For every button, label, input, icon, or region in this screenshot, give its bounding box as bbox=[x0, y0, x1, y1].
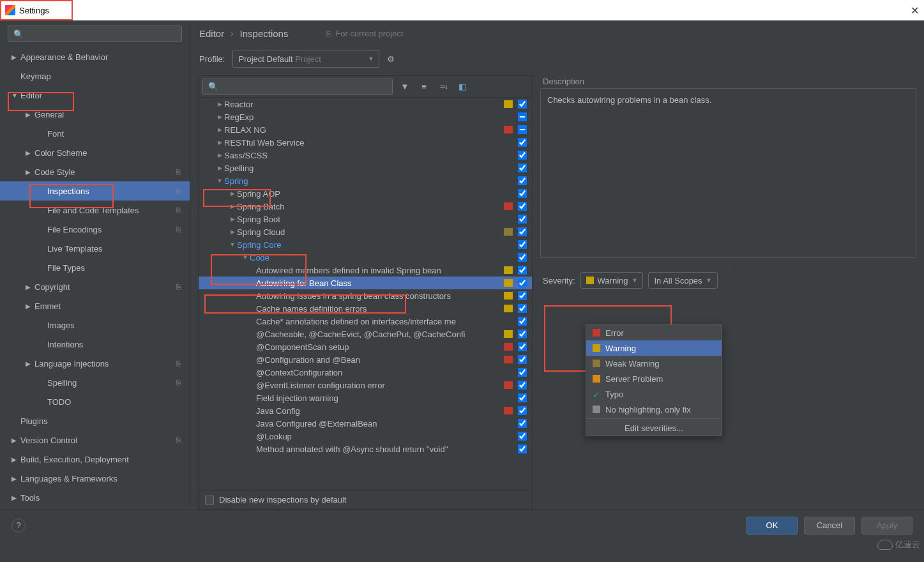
tree-row[interactable]: Sass/SCSS bbox=[199, 149, 532, 162]
scope-combo[interactable]: In All Scopes ▼ bbox=[648, 272, 717, 289]
expand-all-icon[interactable]: ≡ bbox=[417, 80, 431, 94]
severity-option[interactable]: ✓Typo bbox=[586, 386, 722, 402]
gear-icon[interactable]: ⚙ bbox=[387, 54, 395, 64]
inspection-checkbox[interactable] bbox=[518, 202, 527, 211]
inspection-checkbox[interactable] bbox=[518, 278, 527, 287]
tree-row[interactable]: @EventListener configuration error bbox=[199, 379, 532, 391]
inspection-checkbox[interactable] bbox=[518, 227, 527, 236]
inspection-checkbox[interactable] bbox=[518, 266, 527, 275]
sidebar-item[interactable]: General bbox=[0, 105, 190, 124]
sidebar-item[interactable]: Intentions bbox=[0, 335, 190, 354]
apply-button[interactable]: Apply bbox=[861, 517, 913, 535]
close-icon[interactable]: ✕ bbox=[911, 4, 919, 17]
inspection-checkbox[interactable] bbox=[518, 368, 527, 377]
inspection-checkbox[interactable] bbox=[518, 163, 527, 172]
tree-row[interactable]: Method annotated with @Async should retu… bbox=[199, 443, 532, 455]
filter-icon[interactable]: ▼ bbox=[398, 80, 412, 94]
sidebar-item[interactable]: Build, Execution, Deployment bbox=[0, 450, 190, 469]
inspection-tree[interactable]: ReactorRegExpRELAX NGRESTful Web Service… bbox=[199, 98, 532, 490]
sidebar-item[interactable]: Images bbox=[0, 315, 190, 335]
tree-row[interactable]: Spring Batch bbox=[199, 200, 532, 213]
sidebar-item[interactable]: Tools bbox=[0, 488, 190, 507]
sidebar-item[interactable]: Plugins bbox=[0, 411, 190, 430]
tree-row[interactable]: Reactor bbox=[199, 98, 532, 110]
edit-severities[interactable]: Edit severities... bbox=[586, 420, 722, 436]
inspection-checkbox[interactable] bbox=[518, 432, 527, 441]
sidebar-item[interactable]: Version Control⎘ bbox=[0, 430, 190, 450]
inspection-checkbox[interactable] bbox=[518, 419, 527, 428]
inspection-checkbox[interactable] bbox=[518, 151, 527, 160]
sidebar-item[interactable]: Color Scheme bbox=[0, 143, 190, 162]
sidebar-item[interactable]: TODO bbox=[0, 392, 190, 411]
inspection-checkbox[interactable] bbox=[518, 406, 527, 415]
severity-option[interactable]: Server Problem bbox=[586, 371, 722, 386]
tree-row[interactable]: Spring Boot bbox=[199, 213, 532, 225]
sidebar-item[interactable]: Keymap bbox=[0, 66, 190, 86]
sidebar-item[interactable]: Code Style⎘ bbox=[0, 162, 190, 181]
tree-row[interactable]: Java Configured @ExternalBean bbox=[199, 417, 532, 430]
tree-row[interactable]: @ContextConfiguration bbox=[199, 366, 532, 379]
tree-row[interactable]: Cache names definition errors bbox=[199, 302, 532, 315]
sidebar-item[interactable]: File Types bbox=[0, 258, 190, 277]
tree-row[interactable]: Spring bbox=[199, 174, 532, 187]
inspection-search-input[interactable]: 🔍 bbox=[202, 79, 393, 95]
tree-row[interactable]: @Configuration and @Bean bbox=[199, 353, 532, 366]
inspection-checkbox[interactable] bbox=[518, 330, 527, 338]
disable-new-row[interactable]: Disable new inspections by default bbox=[199, 490, 532, 509]
tree-row[interactable]: Autowired members defined in invalid Spr… bbox=[199, 264, 532, 277]
profile-select[interactable]: Project Default Project ▼ bbox=[232, 50, 379, 68]
inspection-checkbox[interactable] bbox=[518, 189, 527, 198]
sidebar-item[interactable]: Live Templates bbox=[0, 239, 190, 258]
disable-new-checkbox[interactable] bbox=[205, 496, 214, 505]
inspection-checkbox[interactable] bbox=[518, 355, 527, 364]
inspection-checkbox[interactable] bbox=[518, 304, 527, 313]
tree-row[interactable]: RELAX NG bbox=[199, 123, 532, 136]
sidebar-item[interactable]: Languages & Frameworks bbox=[0, 469, 190, 488]
sidebar-item[interactable]: Emmet bbox=[0, 296, 190, 315]
tree-row[interactable]: Autowiring issues in a spring bean class… bbox=[199, 289, 532, 302]
tree-row[interactable]: Cache* annotations defined on interfaces… bbox=[199, 315, 532, 328]
inspection-checkbox[interactable] bbox=[518, 317, 527, 326]
inspection-checkbox[interactable] bbox=[518, 444, 527, 453]
inspection-checkbox[interactable] bbox=[518, 253, 527, 262]
inspection-checkbox[interactable] bbox=[518, 176, 527, 185]
severity-option[interactable]: No highlighting, only fix bbox=[586, 402, 722, 417]
inspection-checkbox[interactable] bbox=[518, 381, 527, 390]
inspection-checkbox[interactable] bbox=[518, 240, 527, 249]
sidebar-item[interactable]: Copyright⎘ bbox=[0, 277, 190, 296]
inspection-checkbox[interactable] bbox=[518, 138, 527, 147]
sidebar-search-input[interactable]: 🔍 bbox=[8, 26, 182, 42]
tree-row[interactable]: Spelling bbox=[199, 162, 532, 174]
inspection-checkbox[interactable] bbox=[518, 342, 527, 351]
sidebar-item[interactable]: Language Injections⎘ bbox=[0, 354, 190, 373]
tree-row[interactable]: Code bbox=[199, 251, 532, 264]
sidebar-item[interactable]: Inspections⎘ bbox=[0, 181, 190, 201]
sidebar-item[interactable]: File and Code Templates⎘ bbox=[0, 201, 190, 220]
tree-row[interactable]: Autowiring for Bean Class bbox=[199, 277, 532, 289]
help-button[interactable]: ? bbox=[11, 519, 26, 533]
severity-dropdown[interactable]: ErrorWarningWeak WarningServer Problem✓T… bbox=[586, 324, 722, 436]
tree-row[interactable]: @Lookup bbox=[199, 430, 532, 443]
inspection-checkbox[interactable] bbox=[518, 215, 527, 224]
inspection-checkbox[interactable] bbox=[518, 291, 527, 300]
tree-row[interactable]: Spring Core bbox=[199, 238, 532, 251]
sidebar-item[interactable]: Editor bbox=[0, 86, 190, 105]
sidebar-item[interactable]: Appearance & Behavior bbox=[0, 47, 190, 66]
tree-row[interactable]: @Cacheable, @CacheEvict, @CachePut, @Cac… bbox=[199, 328, 532, 340]
sidebar-item[interactable]: Font bbox=[0, 124, 190, 143]
inspection-checkbox[interactable] bbox=[518, 393, 527, 402]
tree-row[interactable]: @ComponentScan setup bbox=[199, 340, 532, 353]
reset-icon[interactable]: ◧ bbox=[455, 80, 469, 94]
collapse-all-icon[interactable]: ≕ bbox=[436, 80, 450, 94]
inspection-checkbox[interactable] bbox=[518, 125, 527, 134]
inspection-checkbox[interactable] bbox=[518, 100, 527, 109]
breadcrumb-editor[interactable]: Editor bbox=[199, 28, 224, 39]
sidebar-item[interactable]: File Encodings⎘ bbox=[0, 220, 190, 239]
tree-row[interactable]: Java Config bbox=[199, 404, 532, 417]
tree-row[interactable]: Spring AOP bbox=[199, 187, 532, 200]
sidebar-item[interactable]: Spelling⎘ bbox=[0, 373, 190, 392]
tree-row[interactable]: RegExp bbox=[199, 110, 532, 123]
tree-row[interactable]: Spring Cloud bbox=[199, 225, 532, 238]
severity-option[interactable]: Error bbox=[586, 325, 722, 340]
severity-option[interactable]: Weak Warning bbox=[586, 356, 722, 371]
